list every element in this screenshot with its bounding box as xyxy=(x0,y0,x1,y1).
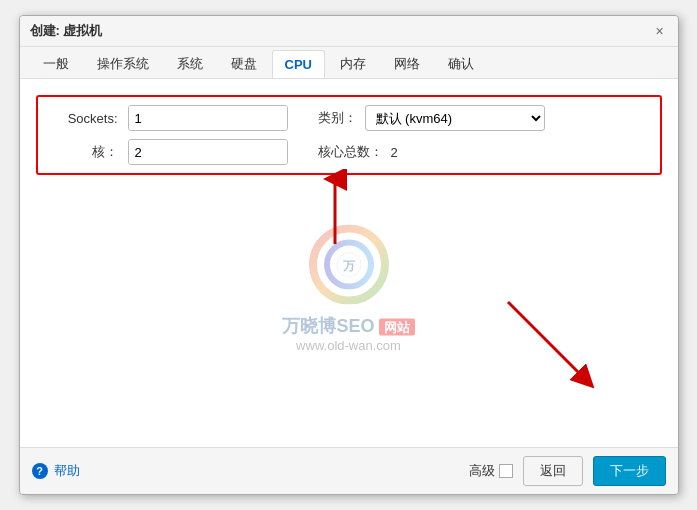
close-button[interactable]: × xyxy=(652,23,668,39)
svg-point-1 xyxy=(326,243,370,287)
cores-label: 核： xyxy=(48,143,118,161)
back-button[interactable]: 返回 xyxy=(523,456,583,486)
tab-harddisk[interactable]: 硬盘 xyxy=(218,48,270,79)
advanced-label: 高级 xyxy=(469,462,495,480)
tab-bar: 一般 操作系统 系统 硬盘 CPU 内存 网络 确认 xyxy=(20,47,678,79)
sockets-value-input[interactable] xyxy=(129,106,288,130)
total-cores-value: 2 xyxy=(391,145,398,160)
dialog-title: 创建: 虚拟机 xyxy=(30,22,103,40)
cores-input[interactable]: ▲ ▼ xyxy=(128,139,288,165)
tab-confirm[interactable]: 确认 xyxy=(435,48,487,79)
advanced-checkbox[interactable] xyxy=(499,464,513,478)
category-select[interactable]: 默认 (kvm64) xyxy=(366,106,544,130)
tab-cpu[interactable]: CPU xyxy=(272,50,325,78)
advanced-wrap: 高级 xyxy=(469,462,513,480)
watermark-badge: 网站 xyxy=(379,319,415,336)
total-cores-label: 核心总数： xyxy=(318,143,383,161)
cores-row: 核： ▲ ▼ 核心总数： 2 xyxy=(48,139,650,165)
arrow-down-svg xyxy=(498,292,598,392)
category-label: 类别： xyxy=(318,109,357,127)
help-icon[interactable]: ? xyxy=(32,463,48,479)
sockets-label: Sockets: xyxy=(48,111,118,126)
total-cores-field: 核心总数： 2 xyxy=(318,143,398,161)
footer-right: 高级 返回 下一步 xyxy=(469,456,666,486)
watermark-brand: 万晓博SEO网站 xyxy=(282,314,414,338)
tab-general[interactable]: 一般 xyxy=(30,48,82,79)
tab-system[interactable]: 系统 xyxy=(164,48,216,79)
footer-left: ? 帮助 xyxy=(32,462,80,480)
title-bar: 创建: 虚拟机 × xyxy=(20,16,678,47)
cpu-form-section: Sockets: ▲ ▼ 类别： 默认 (kvm64) xyxy=(36,95,662,175)
tab-network[interactable]: 网络 xyxy=(381,48,433,79)
cores-value-input[interactable] xyxy=(129,140,288,164)
sockets-row: Sockets: ▲ ▼ 类别： 默认 (kvm64) xyxy=(48,105,650,131)
help-link[interactable]: 帮助 xyxy=(54,462,80,480)
next-button[interactable]: 下一步 xyxy=(593,456,666,486)
content-area: Sockets: ▲ ▼ 类别： 默认 (kvm64) xyxy=(20,79,678,447)
watermark: 万 万晓博SEO网站 www.old-wan.com xyxy=(282,225,414,353)
watermark-url: www.old-wan.com xyxy=(282,338,414,353)
dialog: 创建: 虚拟机 × 一般 操作系统 系统 硬盘 CPU 内存 网络 确认 Soc… xyxy=(19,15,679,495)
svg-point-2 xyxy=(336,253,360,277)
watermark-logo-svg: 万 xyxy=(308,225,388,305)
svg-text:万: 万 xyxy=(341,259,355,273)
svg-line-7 xyxy=(508,302,586,380)
svg-point-0 xyxy=(312,229,384,301)
tab-memory[interactable]: 内存 xyxy=(327,48,379,79)
tab-os[interactable]: 操作系统 xyxy=(84,48,162,79)
footer: ? 帮助 高级 返回 下一步 xyxy=(20,447,678,494)
arrow-up-svg xyxy=(315,169,355,249)
category-field: 类别： 默认 (kvm64) xyxy=(318,105,545,131)
category-select-wrap[interactable]: 默认 (kvm64) xyxy=(365,105,545,131)
sockets-input[interactable]: ▲ ▼ xyxy=(128,105,288,131)
